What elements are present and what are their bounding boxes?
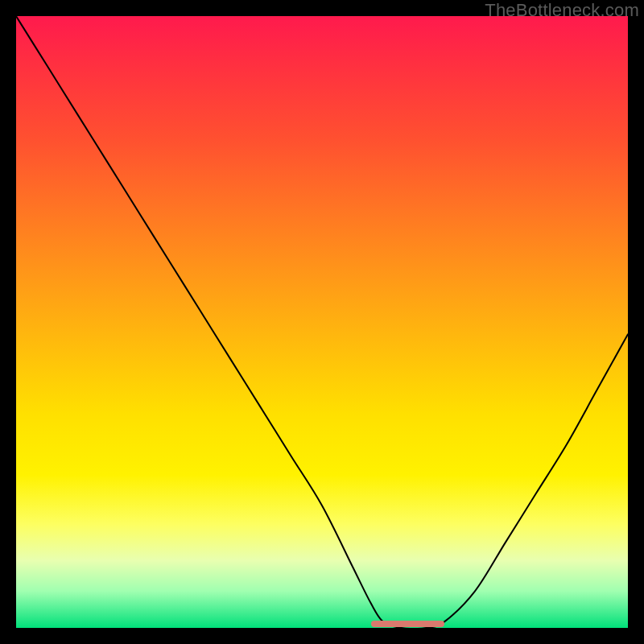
watermark-text: TheBottleneck.com: [485, 0, 639, 21]
bottleneck-curve-path: [16, 16, 628, 628]
chart-frame: TheBottleneck.com: [0, 0, 644, 644]
bottleneck-curve-svg: [16, 16, 628, 628]
plot-area: [16, 16, 628, 628]
optimal-flat-segment: [371, 621, 444, 627]
